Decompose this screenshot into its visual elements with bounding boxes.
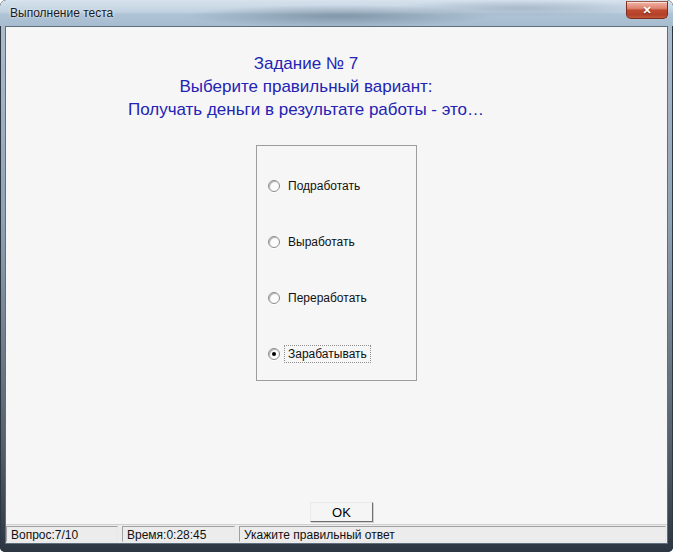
radio-option-pererabotat[interactable]: Переработать — [268, 289, 371, 307]
close-icon: ✕ — [642, 5, 651, 16]
window-body: Задание № 7 Выберите правильный вариант:… — [5, 26, 668, 544]
ok-button[interactable]: OK — [310, 502, 373, 522]
question-instruction: Выберите правильный вариант: — [6, 75, 606, 98]
radio-button-icon[interactable] — [268, 236, 280, 248]
app-window: Выполнение теста ✕ Задание № 7 Выберите … — [0, 0, 673, 552]
status-bar: Вопрос:7/10 Время:0:28:45 Укажите правил… — [6, 524, 667, 543]
question-text: Получать деньги в результате работы - эт… — [6, 98, 606, 121]
status-hint: Укажите правильный ответ — [239, 526, 666, 542]
question-block: Задание № 7 Выберите правильный вариант:… — [6, 52, 606, 121]
radio-option-podrabotat[interactable]: Подработать — [268, 177, 364, 195]
radio-option-zarabatyvat[interactable]: Зарабатывать — [268, 345, 371, 363]
answers-panel: Подработать Выработать Переработать Зара… — [256, 145, 417, 381]
radio-button-icon[interactable] — [268, 348, 280, 360]
window-title: Выполнение теста — [10, 6, 113, 20]
radio-option-vyrabotat[interactable]: Выработать — [268, 233, 359, 251]
radio-button-icon[interactable] — [268, 292, 280, 304]
radio-button-icon[interactable] — [268, 180, 280, 192]
radio-option-label: Подработать — [284, 177, 364, 195]
close-button[interactable]: ✕ — [626, 1, 668, 19]
question-number: Задание № 7 — [6, 52, 606, 75]
status-question-counter: Вопрос:7/10 — [6, 526, 118, 542]
client-area: Задание № 7 Выберите правильный вариант:… — [6, 27, 667, 524]
titlebar[interactable]: Выполнение теста ✕ — [0, 0, 673, 26]
radio-dot — [272, 352, 276, 356]
radio-option-label: Зарабатывать — [284, 345, 371, 363]
radio-option-label: Переработать — [284, 289, 371, 307]
status-time: Время:0:28:45 — [122, 526, 235, 542]
radio-option-label: Выработать — [284, 233, 359, 251]
